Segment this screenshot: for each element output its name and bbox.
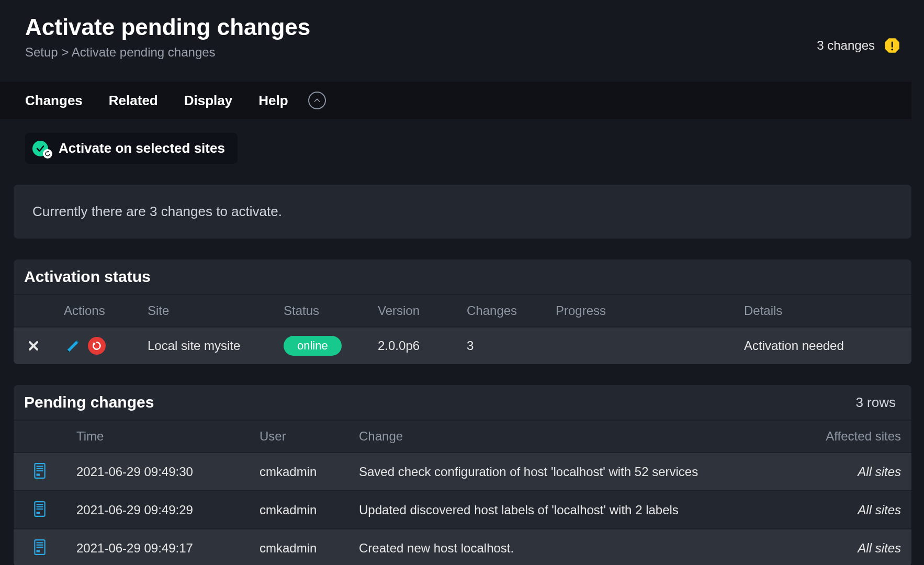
- pending-row: 2021-06-29 09:49:17 cmkadmin Created new…: [14, 529, 911, 565]
- change-time: 2021-06-29 09:49:29: [66, 491, 249, 529]
- svg-rect-6: [37, 470, 43, 471]
- col-affected: Affected sites: [796, 421, 911, 453]
- svg-rect-12: [37, 512, 40, 514]
- col-time: Time: [66, 421, 249, 453]
- svg-rect-1: [892, 42, 893, 48]
- change-user: cmkadmin: [249, 453, 348, 491]
- activate-button-label: Activate on selected sites: [59, 140, 225, 156]
- col-change: Change: [348, 421, 796, 453]
- col-actions: Actions: [53, 295, 137, 327]
- site-name: Local site mysite: [137, 327, 273, 364]
- svg-rect-9: [37, 504, 43, 505]
- breadcrumb[interactable]: Setup > Activate pending changes: [25, 45, 310, 60]
- site-details: Activation needed: [734, 327, 911, 364]
- svg-rect-4: [37, 466, 43, 467]
- activate-on-selected-sites-button[interactable]: Activate on selected sites: [25, 133, 238, 164]
- svg-rect-5: [37, 468, 43, 469]
- col-status: Status: [273, 295, 367, 327]
- status-badge: online: [284, 336, 342, 356]
- page-title: Activate pending changes: [25, 15, 310, 40]
- col-user: User: [249, 421, 348, 453]
- pending-changes-section: Pending changes 3 rows Time User Change …: [14, 385, 911, 565]
- menu-help[interactable]: Help: [258, 93, 288, 109]
- svg-rect-17: [37, 550, 40, 552]
- change-affected: All sites: [796, 529, 911, 565]
- menu-changes[interactable]: Changes: [25, 93, 83, 109]
- change-user: cmkadmin: [249, 529, 348, 565]
- svg-rect-11: [37, 508, 43, 510]
- site-version: 2.0.0p6: [367, 327, 456, 364]
- activation-status-title: Activation status: [24, 268, 151, 286]
- change-text: Created new host localhost.: [348, 529, 796, 565]
- activate-icon: [32, 141, 51, 156]
- svg-rect-7: [37, 474, 40, 476]
- site-progress: [545, 327, 734, 364]
- svg-rect-15: [37, 545, 43, 546]
- svg-rect-10: [37, 506, 43, 507]
- pending-row: 2021-06-29 09:49:29 cmkadmin Updated dis…: [14, 491, 911, 529]
- changes-count-label: 3 changes: [817, 38, 875, 53]
- info-text: Currently there are 3 changes to activat…: [32, 204, 282, 219]
- change-affected: All sites: [796, 453, 911, 491]
- host-icon: [32, 500, 47, 518]
- restart-site-button[interactable]: [88, 337, 106, 355]
- menu-display[interactable]: Display: [184, 93, 233, 109]
- svg-point-2: [891, 49, 893, 51]
- col-changes: Changes: [456, 295, 545, 327]
- svg-rect-14: [37, 543, 43, 544]
- col-site: Site: [137, 295, 273, 327]
- change-text: Saved check configuration of host 'local…: [348, 453, 796, 491]
- edit-site-button[interactable]: [64, 336, 83, 355]
- pending-changes-title: Pending changes: [24, 393, 154, 411]
- host-icon: [32, 538, 47, 557]
- col-progress: Progress: [545, 295, 734, 327]
- activation-status-section: Activation status Actions Site Status Ve…: [14, 259, 911, 364]
- change-time: 2021-06-29 09:49:17: [66, 529, 249, 565]
- svg-rect-16: [37, 547, 43, 548]
- change-affected: All sites: [796, 491, 911, 529]
- col-version: Version: [367, 295, 456, 327]
- change-time: 2021-06-29 09:49:30: [66, 453, 249, 491]
- activation-status-table: Actions Site Status Version Changes Prog…: [14, 295, 911, 364]
- info-panel: Currently there are 3 changes to activat…: [14, 185, 911, 239]
- host-icon: [32, 461, 47, 480]
- pending-changes-table: Time User Change Affected sites 2021-06-…: [14, 421, 911, 565]
- activation-row: Local site mysite online 2.0.0p6 3 Activ…: [14, 327, 911, 364]
- change-user: cmkadmin: [249, 491, 348, 529]
- change-text: Updated discovered host labels of 'local…: [348, 491, 796, 529]
- warning-icon[interactable]: [884, 38, 900, 53]
- pending-changes-row-count: 3 rows: [855, 394, 896, 411]
- col-details: Details: [734, 295, 911, 327]
- site-changes: 3: [456, 327, 545, 364]
- pending-row: 2021-06-29 09:49:30 cmkadmin Saved check…: [14, 453, 911, 491]
- menubar: Changes Related Display Help: [0, 82, 911, 119]
- deselect-site-button[interactable]: [24, 336, 43, 355]
- menu-related[interactable]: Related: [109, 93, 158, 109]
- collapse-menubar-button[interactable]: [308, 92, 326, 109]
